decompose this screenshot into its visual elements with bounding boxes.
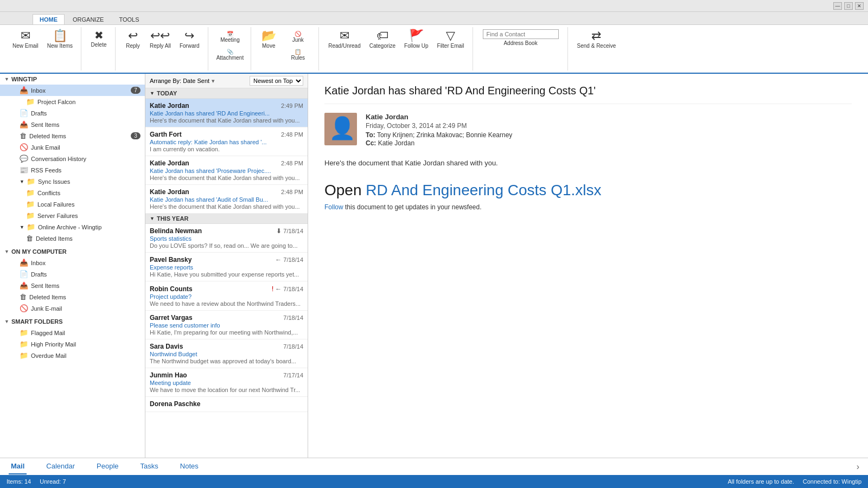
sidebar-section-wingtip[interactable]: ▼ WINGTIP bbox=[0, 74, 145, 85]
attachment-button[interactable]: 📎 Attachment bbox=[214, 46, 247, 63]
reply-all-button[interactable]: ↩↩ Reply All bbox=[146, 27, 175, 64]
sidebar-item-sent-items[interactable]: 📤 Sent Items bbox=[0, 119, 145, 130]
new-email-button[interactable]: ✉ New Email bbox=[9, 27, 42, 64]
tab-notes[interactable]: Notes bbox=[178, 459, 201, 474]
sidebar-item-high-priority-mail[interactable]: 📁 High Priority Mail bbox=[0, 338, 145, 350]
move-icon: 📂 bbox=[261, 30, 276, 42]
sidebar-item-overdue-mail[interactable]: 📁 Overdue Mail bbox=[0, 350, 145, 361]
reply-button[interactable]: ↩ Reply bbox=[121, 27, 145, 64]
email-preview-6: We need to have a review about the North… bbox=[150, 300, 303, 307]
tab-home[interactable]: HOME bbox=[33, 14, 65, 24]
move-button[interactable]: 📂 Move bbox=[257, 27, 280, 64]
new-items-icon: 📋 bbox=[53, 30, 67, 42]
email-item-0[interactable]: Katie Jordan 2:49 PM Katie Jordan has sh… bbox=[145, 99, 308, 127]
email-item-9[interactable]: Junmin Hao 7/17/14 Meeting update We hav… bbox=[145, 368, 308, 397]
email-time-6: 7/18/14 bbox=[283, 286, 303, 292]
email-time-3: 2:48 PM bbox=[281, 189, 303, 195]
tab-tools[interactable]: TOOLS bbox=[112, 14, 146, 24]
email-item-8[interactable]: Sara Davis 7/18/14 Northwind Budget The … bbox=[145, 339, 308, 368]
tab-organize[interactable]: ORGANIZE bbox=[66, 14, 111, 24]
email-item-5[interactable]: Pavel Bansky ← 7/18/14 Expense reports H… bbox=[145, 253, 308, 281]
sidebar-item-local-failures[interactable]: 📁 Local Failures bbox=[0, 198, 145, 210]
sidebar-item-inbox[interactable]: 📥 Inbox 7 bbox=[0, 85, 145, 96]
attachment-icon: 📎 bbox=[227, 49, 233, 55]
sidebar-item-sync-issues[interactable]: ▼ 📁 Sync Issues bbox=[0, 176, 145, 187]
read-unread-button[interactable]: ✉ Read/Unread bbox=[324, 27, 364, 64]
sidebar-item-flagged-mail[interactable]: 📁 Flagged Mail bbox=[0, 327, 145, 338]
title-bar: — □ ✕ bbox=[0, 0, 868, 12]
document-link[interactable]: RD And Engineering Costs Q1.xlsx bbox=[366, 182, 601, 198]
sidebar-item-server-failures[interactable]: 📁 Server Failures bbox=[0, 210, 145, 221]
email-sender-7: Garret Vargas bbox=[150, 314, 193, 322]
forward-button[interactable]: ↪ Forward bbox=[176, 27, 203, 64]
sidebar-item-drafts[interactable]: 📄 Drafts bbox=[0, 107, 145, 119]
this-year-arrow-icon: ▼ bbox=[150, 216, 155, 221]
tabs-expand-arrow[interactable]: › bbox=[857, 462, 859, 472]
ribbon-group-tags: ✉ Read/Unread 🏷 Categorize 🚩 Follow Up ▽… bbox=[320, 27, 473, 70]
sidebar-section-smart-folders[interactable]: ▼ SMART FOLDERS bbox=[0, 316, 145, 327]
email-preview-9: We have to move the location for our nex… bbox=[150, 387, 303, 393]
sidebar-item-conflicts[interactable]: 📁 Conflicts bbox=[0, 187, 145, 198]
sidebar-item-omc-deleted-items[interactable]: 🗑 Deleted Items bbox=[0, 291, 145, 303]
email-time-0: 2:49 PM bbox=[281, 102, 303, 109]
email-item-1[interactable]: Garth Fort 2:48 PM Automatic reply: Kati… bbox=[145, 127, 308, 156]
sidebar: ▼ WINGTIP 📥 Inbox 7 📁 Project Falcon 📄 D… bbox=[0, 74, 145, 458]
close-button[interactable]: ✕ bbox=[855, 2, 864, 10]
email-item-3[interactable]: Katie Jordan 2:48 PM Katie Jordan has sh… bbox=[145, 185, 308, 214]
reading-pane-title: Katie Jordan has shared 'RD And Engineer… bbox=[324, 85, 852, 104]
email-sender-10: Dorena Paschke bbox=[150, 400, 200, 408]
maximize-button[interactable]: □ bbox=[844, 2, 853, 10]
email-sort-select[interactable]: Newest on Top bbox=[250, 76, 303, 86]
tab-calendar[interactable]: Calendar bbox=[44, 459, 77, 474]
send-receive-button[interactable]: ⇄ Send & Receive bbox=[573, 27, 620, 64]
tab-people[interactable]: People bbox=[94, 459, 120, 474]
arrange-by-arrow-icon: ▾ bbox=[212, 78, 215, 85]
email-item-7[interactable]: Garret Vargas 7/18/14 Please send custom… bbox=[145, 311, 308, 339]
sidebar-item-omc-drafts[interactable]: 📄 Drafts bbox=[0, 268, 145, 280]
email-item-2[interactable]: Katie Jordan 2:48 PM Katie Jordan has sh… bbox=[145, 156, 308, 185]
categorize-button[interactable]: 🏷 Categorize bbox=[366, 27, 399, 64]
sidebar-item-oa-deleted-items[interactable]: 🗑 Deleted Items bbox=[0, 233, 145, 244]
tab-mail[interactable]: Mail bbox=[9, 459, 27, 474]
email-item-4[interactable]: Belinda Newman ⬇ 7/18/14 Sports statisti… bbox=[145, 224, 308, 253]
find-contact-input[interactable] bbox=[483, 29, 559, 39]
conflicts-icon: 📁 bbox=[26, 189, 35, 197]
junk-email-icon: 🚫 bbox=[20, 143, 28, 151]
sidebar-item-omc-inbox[interactable]: 📥 Inbox bbox=[0, 257, 145, 268]
sidebar-item-online-archive[interactable]: ▼ 📁 Online Archive - Wingtip bbox=[0, 221, 145, 233]
ribbon-group-delete: ✖ Delete bbox=[82, 27, 116, 70]
filter-email-icon: ▽ bbox=[446, 30, 455, 42]
sidebar-item-omc-junk-email[interactable]: 🚫 Junk E-mail bbox=[0, 303, 145, 314]
email-item-10[interactable]: Dorena Paschke bbox=[145, 397, 308, 412]
email-time-1: 2:48 PM bbox=[281, 131, 303, 138]
junk-button[interactable]: 🚫 Junk bbox=[282, 28, 314, 46]
follow-up-button[interactable]: 🚩 Follow Up bbox=[400, 27, 432, 64]
follow-link[interactable]: Follow bbox=[324, 203, 343, 211]
email-preview-4: Do you LOVE sports? If so, read on... We… bbox=[150, 242, 303, 249]
minimize-button[interactable]: — bbox=[833, 2, 842, 10]
wingtip-arrow-icon: ▼ bbox=[4, 76, 9, 82]
follow-up-icon: 🚩 bbox=[409, 30, 424, 42]
email-item-6[interactable]: Robin Counts ! ← 7/18/14 Project update?… bbox=[145, 281, 308, 311]
email-subject-4: Sports statistics bbox=[150, 235, 303, 242]
sidebar-section-on-my-computer[interactable]: ▼ ON MY COMPUTER bbox=[0, 246, 145, 257]
title-bar-controls: — □ ✕ bbox=[833, 2, 864, 10]
delete-button[interactable]: ✖ Delete bbox=[87, 27, 111, 64]
email-subject-2: Katie Jordan has shared 'Proseware Proje… bbox=[150, 168, 303, 174]
rules-button[interactable]: 📋 Rules bbox=[282, 46, 314, 63]
sidebar-item-conversation-history[interactable]: 💬 Conversation History bbox=[0, 153, 145, 164]
this-year-section-label: ▼ THIS YEAR bbox=[145, 214, 308, 224]
sidebar-item-omc-sent-items[interactable]: 📤 Sent Items bbox=[0, 280, 145, 291]
high-priority-mail-icon: 📁 bbox=[20, 340, 28, 348]
meeting-button[interactable]: 📅 Meeting bbox=[214, 28, 247, 46]
status-bar-right: All folders are up to date. Connected to… bbox=[727, 478, 861, 485]
sidebar-item-project-falcon[interactable]: 📁 Project Falcon bbox=[0, 96, 145, 107]
tab-tasks[interactable]: Tasks bbox=[138, 459, 161, 474]
email-sender-3: Katie Jordan bbox=[150, 188, 189, 196]
sidebar-item-rss-feeds[interactable]: 📰 RSS Feeds bbox=[0, 164, 145, 176]
sidebar-item-junk-email[interactable]: 🚫 Junk Email bbox=[0, 142, 145, 153]
new-items-button[interactable]: 📋 New Items bbox=[43, 27, 76, 64]
filter-email-button[interactable]: ▽ Filter Email bbox=[433, 27, 468, 64]
sidebar-item-deleted-items[interactable]: 🗑 Deleted Items 3 bbox=[0, 130, 145, 142]
today-section-label: ▼ TODAY bbox=[145, 88, 308, 99]
